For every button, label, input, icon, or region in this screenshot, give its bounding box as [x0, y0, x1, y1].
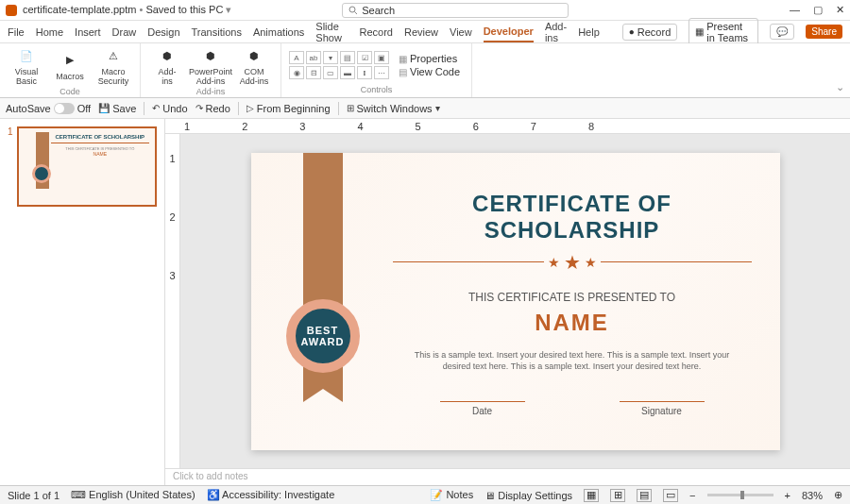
group-code: 📄Visual Basic ▶Macros ⚠Macro Security Co… [0, 43, 141, 97]
zoom-in-button[interactable]: + [785, 490, 790, 501]
zoom-out-button[interactable]: − [689, 490, 695, 501]
notes-pane[interactable]: Click to add notes [165, 468, 850, 485]
zoom-slider[interactable] [707, 494, 774, 496]
view-code-button[interactable]: ▤ View Code [399, 66, 460, 77]
certificate-body[interactable]: This is a sample text. Insert your desir… [393, 349, 752, 373]
control-frame[interactable]: ▭ [323, 66, 338, 79]
tab-design[interactable]: Design [147, 23, 179, 42]
display-settings-button[interactable]: 🖥 Display Settings [484, 490, 572, 501]
visual-basic-button[interactable]: 📄Visual Basic [8, 45, 45, 87]
com-addins-button[interactable]: ⬢COM Add-ins [235, 45, 273, 87]
present-teams-button[interactable]: ▦ Present in Teams [688, 18, 758, 46]
quick-access-toolbar: AutoSave Off 💾 Save ↶ Undo ↷ Redo ▷ From… [0, 98, 850, 119]
zoom-level[interactable]: 83% [802, 490, 823, 501]
svg-point-0 [349, 7, 355, 12]
window-controls: — ▢ ✕ [790, 4, 844, 16]
slide-counter: Slide 1 of 1 [8, 490, 60, 501]
thumbnail-number: 1 [8, 126, 13, 207]
fit-window-button[interactable]: ⊕ [834, 489, 842, 501]
certificate-title[interactable]: CERTIFICATE OF SCHOLARSHIP [393, 191, 752, 244]
slide-1[interactable]: BEST AWARD CERTIFICATE OF SCHOLARSHIP ★★… [251, 153, 780, 450]
maximize-button[interactable]: ▢ [813, 4, 823, 16]
status-bar: Slide 1 of 1 ⌨ English (United States) ♿… [0, 485, 850, 504]
lang-indicator[interactable]: ⌨ English (United States) [71, 489, 196, 501]
certificate-subtitle[interactable]: THIS CERTIFICATE IS PRESENTED TO [393, 291, 752, 304]
group-addins-label: Add-ins [196, 87, 226, 97]
control-button[interactable]: ▬ [340, 66, 355, 79]
control-list[interactable]: ▤ [340, 51, 355, 64]
collapse-ribbon-icon[interactable]: ⌄ [836, 81, 844, 93]
record-button[interactable]: ● Record [622, 24, 678, 41]
switch-windows-button[interactable]: ⊞ Switch Windows ▾ [347, 103, 440, 114]
search-icon [348, 6, 358, 15]
macros-button[interactable]: ▶Macros [51, 50, 89, 82]
slide-canvas[interactable]: BEST AWARD CERTIFICATE OF SCHOLARSHIP ★★… [180, 134, 850, 468]
tab-view[interactable]: View [450, 23, 472, 42]
control-toggle[interactable]: ⊟ [306, 66, 321, 79]
slide-thumbnail-1[interactable]: CERTIFICATE OF SCHOLARSHIP THIS CERTIFIC… [17, 126, 157, 207]
search-placeholder: Search [362, 5, 395, 16]
award-seal: BEST AWARD [286, 299, 360, 373]
svg-line-1 [355, 11, 358, 14]
control-check[interactable]: ☑ [357, 51, 372, 64]
group-controls: Aab▾▤☑▣ ◉⊟▭▬⫿⋯ ▦ Properties ▤ View Code … [281, 43, 472, 97]
redo-button[interactable]: ↷ Redo [196, 103, 230, 114]
control-textbox[interactable]: ab [306, 51, 321, 64]
tab-draw[interactable]: Draw [112, 23, 137, 42]
tab-home[interactable]: Home [36, 23, 63, 42]
tab-slideshow[interactable]: Slide Show [315, 17, 348, 47]
addins-button[interactable]: ⬢Add- ins [148, 45, 186, 87]
autosave-toggle[interactable]: AutoSave Off [6, 103, 91, 114]
horizontal-ruler[interactable]: 12345678 [165, 119, 850, 134]
control-scroll[interactable]: ⫿ [357, 66, 372, 79]
control-combo[interactable]: ▣ [374, 51, 389, 64]
recipient-name[interactable]: NAME [393, 310, 752, 336]
group-code-label: Code [60, 87, 80, 97]
ribbon-tabs: File Home Insert Draw Design Transitions… [0, 21, 850, 43]
date-field[interactable]: Date [440, 401, 525, 416]
control-option[interactable]: ◉ [289, 66, 304, 79]
tab-insert[interactable]: Insert [75, 23, 101, 42]
sorter-view-button[interactable]: ⊞ [610, 489, 625, 502]
from-beginning-button[interactable]: ▷ From Beginning [246, 103, 331, 114]
powerpoint-addins-button[interactable]: ⬢PowerPoint Add-ins [192, 45, 230, 87]
accessibility-button[interactable]: ♿ Accessibility: Investigate [207, 489, 335, 501]
vertical-ruler[interactable]: 123 [165, 134, 180, 468]
group-addins: ⬢Add- ins ⬢PowerPoint Add-ins ⬢COM Add-i… [141, 43, 281, 97]
slideshow-view-button[interactable]: ▭ [663, 489, 678, 502]
slide-thumbnails-panel[interactable]: 1 CERTIFICATE OF SCHOLARSHIP THIS CERTIF… [0, 119, 165, 485]
signature-field[interactable]: Signature [620, 401, 705, 416]
control-more[interactable]: ⋯ [374, 66, 389, 79]
tab-developer[interactable]: Developer [484, 22, 534, 42]
star-divider: ★★★ [393, 251, 752, 274]
undo-button[interactable]: ↶ Undo [152, 103, 187, 114]
normal-view-button[interactable]: ▦ [584, 489, 599, 502]
group-controls-label: Controls [361, 85, 393, 95]
workspace: 1 CERTIFICATE OF SCHOLARSHIP THIS CERTIF… [0, 119, 850, 485]
macro-security-button[interactable]: ⚠Macro Security [94, 45, 132, 87]
minimize-button[interactable]: — [790, 4, 800, 16]
document-title: certificate-template.pptm • Saved to thi… [23, 4, 231, 16]
comments-button[interactable]: 💬 [770, 24, 794, 40]
tab-review[interactable]: Review [404, 23, 438, 42]
app-icon [6, 5, 17, 16]
save-button[interactable]: 💾 Save [98, 103, 136, 114]
tab-transitions[interactable]: Transitions [192, 23, 242, 42]
controls-grid: Aab▾▤☑▣ ◉⊟▭▬⫿⋯ [289, 51, 389, 79]
tab-record[interactable]: Record [359, 23, 392, 42]
reading-view-button[interactable]: ▤ [637, 489, 652, 502]
tab-animations[interactable]: Animations [253, 23, 304, 42]
tab-file[interactable]: File [8, 23, 25, 42]
tab-help[interactable]: Help [578, 23, 600, 42]
search-input[interactable]: Search [342, 3, 569, 18]
share-button[interactable]: Share [806, 25, 842, 39]
editor-area: 12345678 123 BEST AWARD CERTIFICATE OF S… [165, 119, 850, 485]
properties-button[interactable]: ▦ Properties [399, 53, 460, 64]
notes-button[interactable]: 📝 Notes [430, 489, 473, 501]
tab-addins[interactable]: Add-ins [545, 17, 567, 47]
control-label[interactable]: A [289, 51, 304, 64]
close-button[interactable]: ✕ [836, 4, 844, 16]
control-dropdown[interactable]: ▾ [323, 51, 338, 64]
ribbon: 📄Visual Basic ▶Macros ⚠Macro Security Co… [0, 43, 850, 98]
